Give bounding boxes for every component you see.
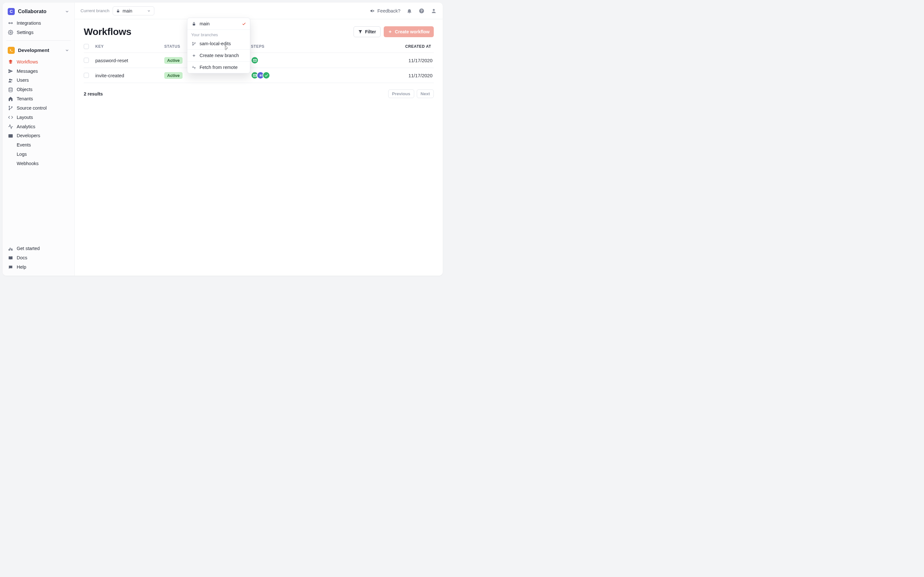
sidebar-item-docs[interactable]: Docs [6,253,71,263]
filter-label: Filter [365,29,376,34]
svg-text:?: ? [421,9,423,13]
chevron-down-icon [65,9,69,14]
users-icon [8,78,13,83]
row-steps [251,71,386,79]
table-row[interactable]: invite-created Active 11/17/2020 [84,68,434,83]
sidebar-item-settings[interactable]: Settings [6,28,71,37]
svg-rect-8 [8,134,13,138]
sidebar-label: Messages [17,68,38,74]
divider [6,40,71,41]
sidebar-label: Analytics [17,124,35,130]
branch-name: main [123,8,132,13]
branch-icon [191,42,196,46]
sidebar-section-development[interactable]: Development [6,45,71,55]
create-new-branch[interactable]: Create new branch [187,50,250,61]
sidebar-label: Workflows [17,59,38,65]
sidebar-item-events[interactable]: Events [6,140,71,150]
row-created: 11/17/2020 [386,73,434,78]
row-checkbox[interactable] [84,58,89,63]
sidebar-item-tenants[interactable]: Tenants [6,94,71,103]
chevron-down-icon [147,9,151,13]
branch-icon [8,105,13,111]
sidebar-label: Integrations [17,20,41,26]
home-icon [8,96,13,101]
bike-icon [8,246,13,251]
sidebar-item-objects[interactable]: Objects [6,85,71,94]
svg-point-6 [9,109,10,110]
your-branches-label: Your branches [187,30,250,38]
branch-dropdown: main Your branches sam-local-edits Creat… [187,18,250,73]
filter-button[interactable]: Filter [354,26,381,37]
sidebar-label: Events [17,142,31,148]
megaphone-icon [370,8,375,13]
sidebar-label: Get started [17,245,40,251]
select-all-checkbox[interactable] [84,44,89,49]
row-checkbox[interactable] [84,73,89,78]
svg-point-3 [11,79,12,81]
svg-point-14 [433,9,435,11]
feedback-label: Feedback? [377,8,401,13]
svg-rect-15 [192,23,195,25]
sidebar-label: Objects [17,87,32,93]
sidebar-label: Help [17,264,26,270]
row-key: password-reset [95,58,164,63]
row-steps [251,56,386,64]
database-icon [8,87,13,92]
layers-icon [8,59,13,64]
sidebar-item-layouts[interactable]: Layouts [6,113,71,122]
sidebar-item-logs[interactable]: Logs [6,150,71,159]
brand-name: Collaborato [18,8,47,15]
branch-option-main[interactable]: main [187,18,250,30]
sidebar-item-users[interactable]: Users [6,76,71,85]
sidebar-label: Docs [17,255,27,261]
svg-rect-11 [117,11,120,12]
fetch-from-remote[interactable]: Fetch from remote [187,61,250,73]
lock-icon [116,9,120,13]
step-mail-icon [251,56,258,64]
branch-option-user-branch[interactable]: sam-local-edits [187,38,250,50]
svg-point-18 [194,42,195,43]
table-row[interactable]: password-reset Active 11/17/2020 [84,53,434,68]
status-badge: Active [164,57,183,64]
swap-icon [8,21,13,26]
sidebar-label: Layouts [17,114,33,121]
feedback-button[interactable]: Feedback? [370,8,401,13]
activity-icon [8,124,13,129]
sidebar-item-analytics[interactable]: Analytics [6,122,71,131]
sidebar-label: Logs [17,151,27,157]
sidebar-item-messages[interactable]: Messages [6,67,71,76]
branch-option-label: main [200,21,210,26]
gear-icon [8,30,13,35]
brand-icon: C [8,8,15,15]
code-icon [8,115,13,120]
sidebar-label: Webhooks [17,161,39,167]
svg-point-4 [9,87,13,89]
sidebar: C Collaborato Integrations Settings Deve… [3,3,75,276]
branch-option-label: sam-local-edits [200,41,231,46]
sidebar-item-help[interactable]: Help [6,263,71,272]
next-button[interactable]: Next [417,89,434,98]
create-workflow-button[interactable]: Create workflow [384,26,434,37]
current-branch-label: Current branch [81,8,110,13]
sidebar-item-webhooks[interactable]: Webhooks [6,159,71,168]
prev-button[interactable]: Previous [388,89,414,98]
section-label: Development [18,47,49,53]
branch-selector[interactable]: main [113,6,154,15]
brand-switcher[interactable]: C Collaborato [6,6,71,17]
notifications-button[interactable] [406,8,413,14]
svg-point-0 [10,32,11,33]
sidebar-item-source-control[interactable]: Source control [6,103,71,113]
svg-point-17 [192,45,193,45]
sidebar-item-workflows[interactable]: Workflows [6,57,71,67]
sync-icon [191,65,196,69]
topbar: Current branch main Feedback? [75,3,443,19]
book-icon [8,255,13,261]
sidebar-item-integrations[interactable]: Integrations [6,19,71,28]
table-header: KEY STATUS STEPS CREATED AT [84,40,434,53]
col-key: KEY [95,44,164,49]
profile-button[interactable] [431,8,437,14]
sidebar-item-developers[interactable]: Developers [6,131,71,140]
help-button[interactable]: ? [418,8,425,14]
sidebar-item-get-started[interactable]: Get started [6,244,71,253]
create-branch-label: Create new branch [200,53,239,58]
